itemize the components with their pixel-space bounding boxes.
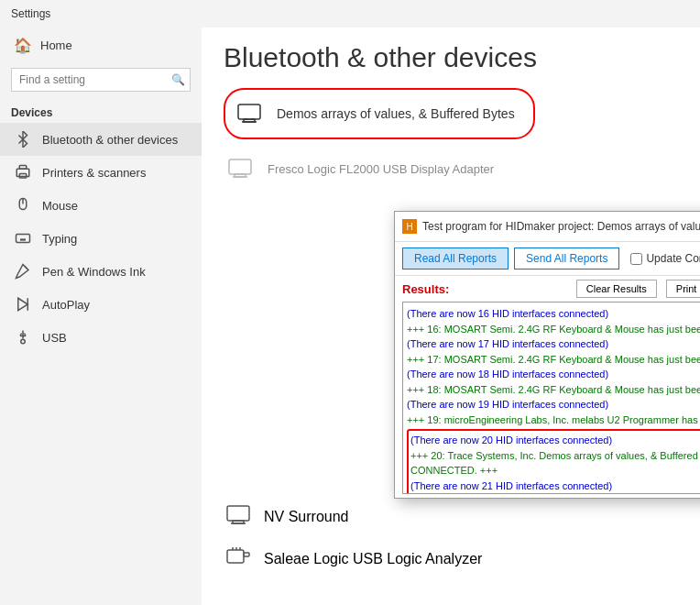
- result-line-0: (There are now 16 HID interfaces connect…: [407, 306, 700, 322]
- sidebar-bluetooth-label: Bluetooth & other devices: [42, 133, 178, 147]
- content-area: 🏠 Home 🔍 Devices Bluetooth & other devic…: [0, 28, 700, 605]
- hidden-device-item: Fresco Logic FL2000 USB Display Adapter: [224, 148, 678, 189]
- sidebar-home-label: Home: [40, 38, 72, 52]
- result-line-8: (There are now 20 HID interfaces connect…: [410, 433, 700, 448]
- nv-surround-device: NV Surround: [224, 500, 678, 534]
- typing-icon: [15, 230, 31, 247]
- svg-rect-0: [16, 169, 29, 176]
- main-content: Bluetooth & other devices Demos arrays o…: [202, 28, 700, 605]
- result-line-9: +++ 20: Trace Systems, Inc. Demos arrays…: [410, 448, 700, 478]
- bluetooth-icon: [15, 131, 31, 148]
- sidebar-item-usb[interactable]: USB: [0, 321, 202, 354]
- dialog-results-bar: Results: Clear Results Print Results Sav…: [395, 276, 700, 302]
- svg-rect-17: [229, 160, 251, 174]
- search-icon: 🔍: [171, 73, 185, 86]
- dialog-title-text: Test program for HIDmaker project: Demos…: [422, 220, 700, 233]
- update-continuously-label: Update Continuously: [646, 252, 700, 265]
- update-continuously-checkbox-label: Update Continuously: [630, 252, 700, 265]
- sidebar-item-home[interactable]: 🏠 Home: [0, 28, 202, 62]
- read-all-reports-button[interactable]: Read All Reports: [402, 248, 509, 270]
- svg-rect-20: [227, 506, 249, 521]
- nv-surround-label: NV Surround: [264, 509, 349, 525]
- sidebar-item-mouse[interactable]: Mouse: [0, 189, 202, 222]
- usb-icon: [15, 329, 31, 346]
- sidebar-item-autoplay[interactable]: AutoPlay: [0, 288, 202, 321]
- search-box: 🔍: [11, 68, 191, 92]
- title-bar-label: Settings: [11, 7, 50, 20]
- sidebar-usb-label: USB: [42, 331, 67, 345]
- search-input[interactable]: [11, 68, 191, 92]
- highlighted-result-block: (There are now 20 HID interfaces connect…: [407, 429, 700, 494]
- pen-icon: [15, 263, 31, 280]
- result-line-6: (There are now 19 HID interfaces connect…: [407, 397, 700, 412]
- sidebar-item-pen[interactable]: Pen & Windows Ink: [0, 255, 202, 288]
- svg-marker-11: [18, 298, 28, 311]
- print-results-button[interactable]: Print Results: [666, 280, 700, 298]
- result-line-7: +++ 19: microEngineering Labs, Inc. mela…: [407, 412, 700, 428]
- result-line-5: +++ 18: MOSART Semi. 2.4G RF Keyboard & …: [407, 382, 700, 398]
- app-container: Settings 🏠 Home 🔍 Devices Bluetooth & ot…: [0, 0, 700, 605]
- device-icon: [233, 97, 266, 130]
- results-label: Results:: [402, 282, 449, 296]
- hidden-device-label: Fresco Logic FL2000 USB Display Adapter: [268, 162, 494, 176]
- result-line-3: +++ 17: MOSART Semi. 2.4G RF Keyboard & …: [407, 352, 700, 368]
- sidebar-printers-label: Printers & scanners: [42, 166, 146, 180]
- home-icon: 🏠: [15, 37, 31, 53]
- result-line-2: (There are now 17 HID interfaces connect…: [407, 336, 700, 352]
- autoplay-icon: [15, 296, 31, 313]
- svg-line-10: [25, 266, 27, 269]
- highlighted-device-label: Demos arrays of values, & Buffered Bytes: [277, 106, 515, 121]
- sidebar-item-bluetooth[interactable]: Bluetooth & other devices: [0, 123, 202, 156]
- sidebar-typing-label: Typing: [42, 232, 77, 246]
- dialog-app-icon: H: [402, 219, 417, 234]
- dialog-content: (There are now 16 HID interfaces connect…: [395, 302, 700, 498]
- sidebar-item-printers[interactable]: Printers & scanners: [0, 156, 202, 189]
- result-line-11: +++ 20: Trace Systems, Inc. Demos arrays…: [410, 493, 700, 494]
- dialog-window: H Test program for HIDmaker project: Dem…: [394, 211, 700, 499]
- sidebar-autoplay-label: AutoPlay: [42, 298, 90, 312]
- mouse-icon: [15, 197, 31, 214]
- svg-rect-5: [16, 235, 30, 243]
- send-all-reports-button[interactable]: Send All Reports: [514, 248, 619, 270]
- svg-point-13: [21, 339, 26, 344]
- clear-results-button[interactable]: Clear Results: [576, 280, 657, 298]
- page-title: Bluetooth & other devices: [224, 42, 678, 73]
- svg-rect-24: [244, 553, 249, 556]
- saleae-icon: [224, 543, 253, 576]
- dialog-titlebar: H Test program for HIDmaker project: Dem…: [395, 212, 700, 242]
- result-line-1: +++ 16: MOSART Semi. 2.4G RF Keyboard & …: [407, 322, 700, 337]
- dialog-toolbar: Read All Reports Send All Reports Update…: [395, 242, 700, 276]
- sidebar-pen-label: Pen & Windows Ink: [42, 265, 146, 279]
- printers-icon: [15, 164, 31, 181]
- results-box[interactable]: (There are now 16 HID interfaces connect…: [402, 302, 700, 494]
- svg-rect-14: [238, 104, 260, 119]
- nv-surround-icon: [224, 500, 253, 534]
- sidebar: 🏠 Home 🔍 Devices Bluetooth & other devic…: [0, 28, 202, 605]
- hidden-device-icon: [224, 152, 257, 185]
- result-line-4: (There are now 18 HID interfaces connect…: [407, 367, 700, 382]
- sidebar-section-devices: Devices: [0, 101, 202, 123]
- saleae-device: Saleae Logic USB Logic Analyzer: [224, 543, 678, 576]
- result-line-10: (There are now 21 HID interfaces connect…: [410, 478, 700, 494]
- svg-rect-1: [19, 166, 27, 170]
- saleae-label: Saleae Logic USB Logic Analyzer: [264, 551, 482, 567]
- svg-rect-23: [227, 550, 244, 563]
- update-continuously-checkbox[interactable]: [630, 253, 642, 265]
- sidebar-item-typing[interactable]: Typing: [0, 222, 202, 255]
- highlighted-device-area: Demos arrays of values, & Buffered Bytes: [224, 88, 678, 139]
- sidebar-mouse-label: Mouse: [42, 199, 78, 213]
- title-bar: Settings: [0, 0, 700, 28]
- device-highlight-border: Demos arrays of values, & Buffered Bytes: [224, 88, 535, 139]
